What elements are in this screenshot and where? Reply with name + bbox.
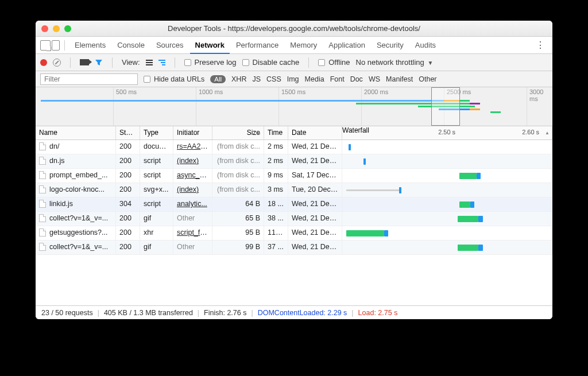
table-row[interactable]: dn/200docum...rs=AA2Y...(from disk c...2… <box>36 140 552 154</box>
waterfall-cell <box>342 226 552 240</box>
filter-type-media[interactable]: Media <box>305 75 324 83</box>
close-window-button[interactable] <box>41 25 48 32</box>
divider <box>308 57 309 68</box>
network-toolbar: View: Preserve log Disable cache Offline… <box>36 54 552 71</box>
col-type[interactable]: Type <box>140 126 173 139</box>
table-row[interactable]: dn.js200script(index)(from disk c...2 ms… <box>36 154 552 169</box>
table-row[interactable]: collect?v=1&_v=...200gifOther99 B37 ...W… <box>36 241 552 255</box>
divider <box>112 57 113 68</box>
waterfall-cell <box>342 197 552 211</box>
file-icon <box>39 200 46 208</box>
file-icon <box>39 228 46 237</box>
waterfall-cell <box>342 169 552 183</box>
divider <box>70 57 71 68</box>
file-icon <box>39 185 46 193</box>
col-status[interactable]: Stat... <box>116 126 140 139</box>
col-initiator[interactable]: Initiator <box>173 126 212 139</box>
hide-data-urls-checkbox[interactable]: Hide data URLs <box>144 75 204 83</box>
waterfall-cell <box>342 212 552 226</box>
panel-tabs: ElementsConsoleSourcesNetworkPerformance… <box>36 37 552 54</box>
filter-type-img[interactable]: Img <box>287 75 299 83</box>
filter-type-xhr[interactable]: XHR <box>231 75 246 83</box>
waterfall-view-icon[interactable] <box>158 60 165 65</box>
devtools-window: Developer Tools - https://developers.goo… <box>36 21 552 319</box>
waterfall-cell <box>342 183 552 197</box>
col-name[interactable]: Name <box>36 126 116 139</box>
tab-security[interactable]: Security <box>372 37 409 54</box>
col-waterfall[interactable]: Waterfall 2.50 s 2.60 s <box>342 126 552 139</box>
waterfall-cell <box>342 241 552 254</box>
filter-type-other[interactable]: Other <box>419 75 436 83</box>
col-time[interactable]: Time <box>264 126 288 139</box>
tab-network[interactable]: Network <box>190 37 230 54</box>
tab-sources[interactable]: Sources <box>151 37 189 54</box>
timeline-overview[interactable]: 500 ms1000 ms1500 ms2000 ms2500 ms3000 m… <box>36 87 552 126</box>
toggle-device-icon[interactable] <box>52 40 60 51</box>
filter-type-js[interactable]: JS <box>252 75 261 83</box>
filter-type-css[interactable]: CSS <box>266 75 281 83</box>
disable-cache-checkbox[interactable]: Disable cache <box>242 58 300 67</box>
window-title: Developer Tools - https://developers.goo… <box>36 24 552 33</box>
table-row[interactable]: prompt_embed_...200scriptasync_s...(from… <box>36 169 552 183</box>
waterfall-cell <box>342 154 552 168</box>
filter-all-pill[interactable]: All <box>210 75 226 83</box>
file-icon <box>39 142 46 150</box>
filter-type-font[interactable]: Font <box>330 75 345 83</box>
screenshots-icon[interactable] <box>80 59 89 65</box>
col-date[interactable]: Date <box>288 126 342 139</box>
file-icon <box>39 157 46 165</box>
tab-application[interactable]: Application <box>323 37 370 54</box>
requests-table: Name Stat... Type Initiator Size Time Da… <box>36 126 552 305</box>
record-button[interactable] <box>40 59 47 66</box>
status-finish: Finish: 2.76 s <box>204 309 246 317</box>
divider <box>175 57 175 68</box>
filter-input[interactable] <box>40 73 138 85</box>
minimize-window-button[interactable] <box>53 25 60 32</box>
tab-memory[interactable]: Memory <box>285 37 322 54</box>
inspect-element-icon[interactable] <box>40 40 51 51</box>
table-header: Name Stat... Type Initiator Size Time Da… <box>36 126 552 140</box>
throttling-select[interactable]: No network throttling ▼ <box>356 58 434 67</box>
filter-type-ws[interactable]: WS <box>369 75 380 83</box>
tab-elements[interactable]: Elements <box>69 37 111 54</box>
preserve-log-checkbox[interactable]: Preserve log <box>184 58 237 67</box>
chevron-down-icon: ▼ <box>427 60 433 66</box>
table-row[interactable]: logo-color-knoc...200svg+x...(index)(fro… <box>36 183 552 197</box>
divider <box>64 40 65 51</box>
overview-selection[interactable] <box>431 87 460 126</box>
file-icon <box>39 243 46 251</box>
filter-type-manifest[interactable]: Manifest <box>386 75 413 83</box>
filter-bar: Hide data URLs All XHRJSCSSImgMediaFontD… <box>36 71 552 87</box>
status-requests: 23 / 50 requests <box>41 309 93 317</box>
tab-performance[interactable]: Performance <box>231 37 284 54</box>
status-domcontentloaded: DOMContentLoaded: 2.29 s <box>258 309 347 317</box>
more-menu-icon[interactable]: ⋮ <box>532 40 548 51</box>
table-row[interactable]: collect?v=1&_v=...200gifOther65 B38 ...W… <box>36 212 552 226</box>
status-bar: 23 / 50 requests| 405 KB / 1.3 MB transf… <box>36 305 552 319</box>
file-icon <box>39 171 46 179</box>
tab-audits[interactable]: Audits <box>410 37 441 54</box>
view-label: View: <box>122 58 140 67</box>
window-controls <box>36 25 71 32</box>
col-size[interactable]: Size <box>212 126 264 139</box>
zoom-window-button[interactable] <box>64 25 71 32</box>
titlebar: Developer Tools - https://developers.goo… <box>36 21 552 37</box>
table-row[interactable]: linkid.js304scriptanalytic...64 B18 ...W… <box>36 197 552 212</box>
tab-console[interactable]: Console <box>112 37 150 54</box>
filter-toggle-icon[interactable] <box>95 59 103 67</box>
table-row[interactable]: getsuggestions?...200xhrscript_fo...95 B… <box>36 226 552 241</box>
waterfall-cell <box>342 140 552 154</box>
clear-button[interactable] <box>53 59 61 67</box>
status-load: Load: 2.75 s <box>358 309 398 317</box>
status-transferred: 405 KB / 1.3 MB transferred <box>104 309 193 317</box>
file-icon <box>39 214 46 222</box>
filter-type-doc[interactable]: Doc <box>350 75 363 83</box>
large-rows-icon[interactable] <box>146 60 153 65</box>
offline-checkbox[interactable]: Offline <box>318 58 350 67</box>
